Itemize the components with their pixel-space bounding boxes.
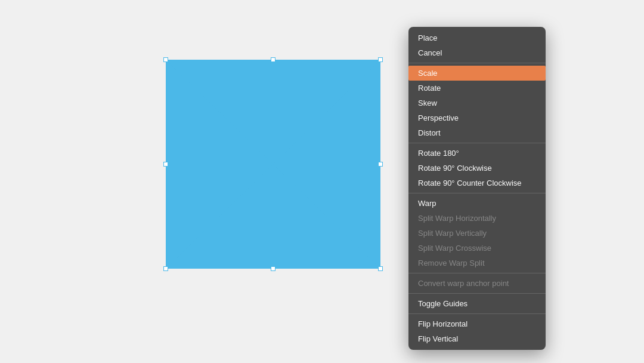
menu-item-rotate180[interactable]: Rotate 180°: [408, 146, 546, 161]
handle-top-left[interactable]: [163, 57, 168, 62]
menu-separator-8: [408, 143, 546, 143]
menu-item-toggleGuides[interactable]: Toggle Guides: [408, 296, 546, 311]
menu-separator-2: [408, 63, 546, 63]
menu-item-scale[interactable]: Scale: [408, 66, 546, 81]
handle-middle-right[interactable]: [378, 162, 383, 167]
handle-bottom-center[interactable]: [271, 266, 275, 271]
transform-content: [166, 60, 380, 269]
menu-item-cancel[interactable]: Cancel: [408, 45, 546, 60]
menu-item-skew[interactable]: Skew: [408, 96, 546, 110]
menu-item-splitH: Split Warp Horizontally: [408, 211, 546, 226]
handle-bottom-left[interactable]: [163, 266, 168, 271]
handle-top-center[interactable]: [271, 57, 275, 62]
canvas-area: PlaceCancelScaleRotateSkewPerspectiveDis…: [0, 0, 644, 363]
menu-item-perspective[interactable]: Perspective: [408, 110, 546, 125]
menu-item-splitV: Split Warp Vertically: [408, 226, 546, 241]
menu-item-warp[interactable]: Warp: [408, 196, 546, 211]
menu-item-convertAnchor: Convert warp anchor point: [408, 276, 546, 291]
menu-item-distort[interactable]: Distort: [408, 125, 546, 140]
menu-item-rotate[interactable]: Rotate: [408, 81, 546, 96]
menu-item-flipV[interactable]: Flip Vertical: [408, 331, 546, 346]
transform-box[interactable]: [166, 60, 380, 269]
menu-item-rotate90cw[interactable]: Rotate 90° Clockwise: [408, 161, 546, 176]
context-menu: PlaceCancelScaleRotateSkewPerspectiveDis…: [408, 27, 546, 350]
menu-separator-12: [408, 193, 546, 193]
transform-guides: [166, 60, 380, 269]
menu-separator-18: [408, 273, 546, 273]
handle-top-right[interactable]: [378, 57, 383, 62]
handle-middle-left[interactable]: [163, 162, 168, 167]
menu-separator-20: [408, 293, 546, 294]
menu-item-place[interactable]: Place: [408, 30, 546, 45]
menu-separator-22: [408, 313, 546, 314]
menu-item-rotate90ccw[interactable]: Rotate 90° Counter Clockwise: [408, 176, 546, 190]
menu-item-removeWarp: Remove Warp Split: [408, 256, 546, 270]
menu-item-flipH[interactable]: Flip Horizontal: [408, 316, 546, 331]
handle-bottom-right[interactable]: [378, 266, 383, 271]
menu-item-splitC: Split Warp Crosswise: [408, 241, 546, 256]
